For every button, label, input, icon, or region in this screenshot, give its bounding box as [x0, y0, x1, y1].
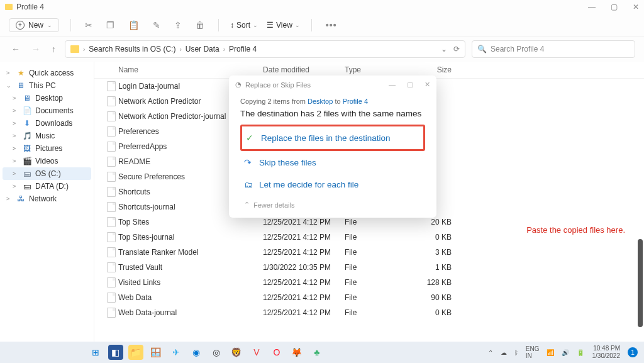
copy-icon[interactable]: ❐ — [104, 18, 117, 33]
file-type: File — [345, 278, 408, 287]
file-date: 12/25/2021 4:12 PM — [263, 293, 345, 302]
language-indicator[interactable]: ENGIN — [526, 345, 540, 359]
scrollbar-thumb[interactable] — [638, 239, 643, 327]
sidebar-item[interactable]: ⌄🖥This PC — [3, 79, 91, 92]
file-size: 128 KB — [408, 278, 452, 287]
tray-chevron[interactable]: ⌃ — [488, 349, 493, 356]
app-icon[interactable]: ♣ — [309, 345, 325, 360]
title-bar: Profile 4 — ▢ ✕ — [0, 0, 644, 14]
file-row[interactable]: Visited Links 12/25/2021 4:12 PM File 12… — [94, 275, 644, 290]
file-name: Web Data-journal — [118, 308, 263, 317]
replace-option[interactable]: ✓ Replace the files in the destination — [240, 125, 425, 151]
volume-icon[interactable]: 🔊 — [562, 349, 569, 356]
sidebar-item[interactable]: >📄Documents — [3, 104, 91, 117]
col-size[interactable]: Size — [408, 65, 452, 74]
brave-icon[interactable]: 🦁 — [229, 345, 244, 360]
share-icon[interactable]: ⇪ — [172, 18, 184, 33]
app-icon[interactable]: 🪟 — [148, 345, 164, 360]
file-icon — [107, 293, 116, 303]
delete-icon[interactable]: 🗑 — [193, 18, 207, 33]
file-size: 20 KB — [408, 218, 452, 226]
plus-icon: + — [16, 21, 25, 30]
dialog-heading: The destination has 2 files with the sam… — [240, 109, 425, 118]
fewer-details-toggle[interactable]: ⌃ Fewer details — [240, 196, 425, 209]
replace-skip-dialog: ◔ Replace or Skip Files — ▢ ✕ Copying 2 … — [229, 75, 436, 218]
chevron-icon: > — [13, 120, 19, 126]
file-row[interactable]: Web Data-journal 12/25/2021 4:12 PM File… — [94, 305, 644, 320]
sidebar-item[interactable]: >🖧Network — [3, 193, 91, 205]
cut-icon[interactable]: ✂ — [82, 18, 95, 33]
decide-option[interactable]: 🗂 Let me decide for each file — [240, 174, 425, 196]
file-icon — [107, 111, 116, 121]
vivaldi-icon[interactable]: V — [249, 345, 264, 360]
sidebar-item[interactable]: >🖼Pictures — [3, 142, 91, 155]
new-button[interactable]: + New ⌄ — [9, 18, 59, 32]
breadcrumb-item[interactable]: Profile 4 — [229, 45, 257, 53]
file-size: 3 KB — [408, 248, 452, 257]
rename-icon[interactable]: ✎ — [150, 18, 163, 33]
file-size: 90 KB — [408, 293, 452, 302]
breadcrumb-item[interactable]: Search Results in OS (C:) — [89, 45, 175, 53]
col-name[interactable]: Name — [118, 65, 263, 74]
edge-icon[interactable]: ◉ — [189, 345, 204, 360]
item-icon: 🎵 — [23, 131, 31, 140]
search-input[interactable]: 🔍 Search Profile 4 — [472, 40, 635, 58]
sidebar-label: Quick access — [29, 69, 74, 77]
wifi-icon[interactable]: 📶 — [547, 349, 554, 356]
dialog-minimize[interactable]: — — [389, 81, 396, 89]
file-row[interactable]: Translate Ranker Model 12/25/2021 4:12 P… — [94, 245, 644, 260]
taskview-icon[interactable]: ◧ — [108, 345, 123, 360]
sidebar-item[interactable]: >🎬Videos — [3, 155, 91, 167]
annotation-text: Paste the copied files here. — [526, 225, 625, 235]
explorer-icon[interactable]: 📁 — [128, 345, 143, 360]
forward-button[interactable]: → — [29, 42, 43, 57]
dialog-maximize[interactable]: ▢ — [407, 81, 413, 89]
paste-icon[interactable]: 📋 — [126, 18, 142, 33]
dropdown-icon[interactable]: ⌄ — [441, 45, 447, 53]
firefox-icon[interactable]: 🦊 — [289, 345, 304, 360]
onedrive-icon[interactable]: ☁ — [501, 349, 507, 356]
clock[interactable]: 10:48 PM1/30/2022 — [592, 345, 620, 360]
chevron-icon: ⌄ — [6, 82, 13, 89]
item-icon: ⬇ — [23, 119, 31, 128]
sort-button[interactable]: ↕ Sort ⌄ — [230, 21, 258, 30]
file-row[interactable]: Web Data 12/25/2021 4:12 PM File 90 KB — [94, 290, 644, 305]
minimize-button[interactable]: — — [588, 3, 596, 11]
sidebar-item[interactable]: >★Quick access — [3, 67, 91, 79]
notifications-icon[interactable]: 1 — [628, 347, 638, 357]
item-icon: 🖧 — [16, 194, 25, 203]
skip-option[interactable]: ↷ Skip these files — [240, 151, 425, 174]
sidebar-label: Documents — [35, 106, 74, 115]
file-icon — [107, 96, 116, 106]
search-placeholder: Search Profile 4 — [491, 45, 544, 53]
sidebar-item[interactable]: >🖴DATA (D:) — [3, 180, 91, 193]
battery-icon[interactable]: 🔋 — [577, 349, 584, 356]
up-button[interactable]: ↑ — [49, 42, 58, 57]
breadcrumb-item[interactable]: User Data — [186, 45, 219, 53]
sort-label: Sort — [236, 21, 250, 30]
col-type[interactable]: Type — [345, 65, 408, 74]
start-button[interactable]: ⊞ — [88, 345, 103, 360]
more-button[interactable]: ••• — [323, 18, 340, 33]
maximize-button[interactable]: ▢ — [611, 3, 618, 11]
sidebar-item[interactable]: >⬇Downloads — [3, 117, 91, 130]
file-type: File — [345, 293, 408, 302]
refresh-icon[interactable]: ⟳ — [453, 45, 460, 53]
opera-icon[interactable]: O — [269, 345, 284, 360]
sidebar-item[interactable]: >🖴OS (C:) — [3, 167, 91, 180]
close-button[interactable]: ✕ — [633, 3, 639, 11]
dialog-title: Replace or Skip Files — [245, 81, 311, 89]
col-date[interactable]: Date modified — [263, 65, 345, 74]
file-date: 12/25/2021 4:12 PM — [263, 233, 345, 242]
view-button[interactable]: ☰ View ⌄ — [267, 21, 300, 30]
dialog-close[interactable]: ✕ — [425, 81, 430, 89]
file-row[interactable]: Trusted Vault 1/30/2022 10:35 PM File 1 … — [94, 260, 644, 275]
bluetooth-icon[interactable]: ᛒ — [514, 349, 518, 356]
file-type: File — [345, 218, 408, 226]
sidebar-item[interactable]: >🖥Desktop — [3, 92, 91, 104]
telegram-icon[interactable]: ✈ — [169, 345, 184, 360]
sidebar-item[interactable]: >🎵Music — [3, 130, 91, 142]
back-button[interactable]: ← — [9, 42, 23, 57]
chrome-icon[interactable]: ◎ — [209, 345, 224, 360]
breadcrumb[interactable]: › Search Results in OS (C:) › User Data … — [65, 40, 465, 58]
